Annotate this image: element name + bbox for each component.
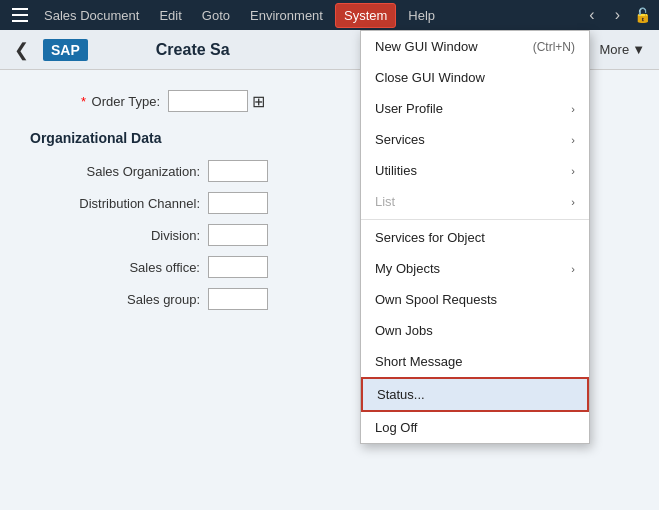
menu-item-log-off[interactable]: Log Off — [361, 412, 589, 443]
system-dropdown-menu: New GUI Window(Ctrl+N)Close GUI WindowUs… — [360, 30, 590, 444]
dist-channel-input[interactable] — [208, 192, 268, 214]
sales-office-label: Sales office: — [30, 260, 200, 275]
menu-item-label-user-profile: User Profile — [375, 101, 443, 116]
menu-item-label-log-off: Log Off — [375, 420, 417, 435]
nav-back-icon[interactable]: ‹ — [583, 4, 600, 26]
menubar: Sales Document Edit Goto Environment Sys… — [0, 0, 659, 30]
hamburger-menu[interactable] — [8, 3, 32, 27]
menu-system[interactable]: System — [335, 3, 396, 28]
menu-item-label-own-jobs: Own Jobs — [375, 323, 433, 338]
menu-item-list: List› — [361, 186, 589, 217]
order-type-icon[interactable]: ⊞ — [252, 92, 265, 111]
menu-item-utilities[interactable]: Utilities› — [361, 155, 589, 186]
back-button[interactable]: ❮ — [8, 37, 35, 63]
sales-group-input[interactable] — [208, 288, 268, 310]
dist-channel-label: Distribution Channel: — [30, 196, 200, 211]
more-button[interactable]: More ▼ — [594, 40, 652, 59]
menu-item-own-spool[interactable]: Own Spool Requests — [361, 284, 589, 315]
menu-item-label-short-message: Short Message — [375, 354, 462, 369]
menu-item-services-for-object[interactable]: Services for Object — [361, 222, 589, 253]
sap-logo: SAP — [43, 39, 88, 61]
menu-item-status[interactable]: Status... — [361, 377, 589, 412]
sales-org-label: Sales Organization: — [30, 164, 200, 179]
menu-goto[interactable]: Goto — [194, 4, 238, 27]
menu-item-label-list: List — [375, 194, 395, 209]
menu-arrow-my-objects: › — [571, 263, 575, 275]
menu-item-label-my-objects: My Objects — [375, 261, 440, 276]
menu-item-label-close-gui: Close GUI Window — [375, 70, 485, 85]
menu-arrow-user-profile: › — [571, 103, 575, 115]
menu-edit[interactable]: Edit — [151, 4, 189, 27]
order-type-input[interactable] — [168, 90, 248, 112]
sales-org-input[interactable] — [208, 160, 268, 182]
more-arrow-icon: ▼ — [632, 42, 645, 57]
menu-item-label-status: Status... — [377, 387, 425, 402]
lock-icon: 🔓 — [634, 7, 651, 23]
menu-item-close-gui[interactable]: Close GUI Window — [361, 62, 589, 93]
menu-item-label-new-gui: New GUI Window — [375, 39, 478, 54]
order-type-label: * Order Type: — [30, 94, 160, 109]
menu-item-label-own-spool: Own Spool Requests — [375, 292, 497, 307]
menu-item-my-objects[interactable]: My Objects› — [361, 253, 589, 284]
menu-sales-document[interactable]: Sales Document — [36, 4, 147, 27]
sap-logo-text: SAP — [43, 39, 88, 61]
menu-arrow-services: › — [571, 134, 575, 146]
sales-group-label: Sales group: — [30, 292, 200, 307]
menu-item-new-gui[interactable]: New GUI Window(Ctrl+N) — [361, 31, 589, 62]
menu-item-services[interactable]: Services› — [361, 124, 589, 155]
division-label: Division: — [30, 228, 200, 243]
menu-item-label-services-for-object: Services for Object — [375, 230, 485, 245]
menu-environment[interactable]: Environment — [242, 4, 331, 27]
menu-item-own-jobs[interactable]: Own Jobs — [361, 315, 589, 346]
menu-help[interactable]: Help — [400, 4, 443, 27]
menu-item-label-utilities: Utilities — [375, 163, 417, 178]
division-input[interactable] — [208, 224, 268, 246]
menubar-right: ‹ › 🔓 — [583, 4, 651, 26]
sales-office-input[interactable] — [208, 256, 268, 278]
menu-shortcut-new-gui: (Ctrl+N) — [533, 40, 575, 54]
menu-item-short-message[interactable]: Short Message — [361, 346, 589, 377]
menu-separator — [361, 219, 589, 220]
more-label: More — [600, 42, 630, 57]
menu-item-user-profile[interactable]: User Profile› — [361, 93, 589, 124]
nav-forward-icon[interactable]: › — [609, 4, 626, 26]
menu-arrow-utilities: › — [571, 165, 575, 177]
page-title: Create Sa — [156, 41, 230, 59]
menu-arrow-list: › — [571, 196, 575, 208]
menu-item-label-services: Services — [375, 132, 425, 147]
required-star: * — [81, 94, 86, 109]
order-type-text: Order Type: — [92, 94, 160, 109]
